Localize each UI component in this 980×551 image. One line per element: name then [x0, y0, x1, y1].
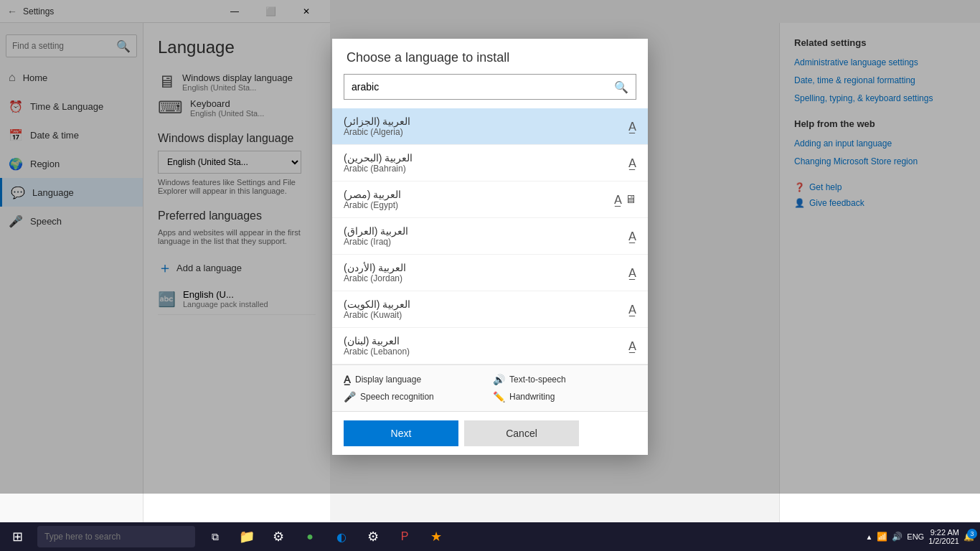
language-item-iraq[interactable]: العربية (العراق) Arabic (Iraq) A̲	[332, 218, 648, 255]
lang-native: العربية (لبنان)	[344, 335, 410, 347]
lang-native: العربية (البحرين)	[344, 152, 413, 164]
display-lang-icon: A̲	[628, 303, 636, 316]
lang-text-lebanon: العربية (لبنان) Arabic (Lebanon)	[344, 335, 410, 357]
lang-text-kuwait: العربية (الكويت) Arabic (Kuwait)	[344, 298, 410, 320]
monitor-icon: 🖥	[625, 193, 636, 206]
display-lang-icon: A̲	[628, 120, 636, 133]
volume-icon[interactable]: 🔊	[892, 532, 903, 542]
taskbar-up-arrow[interactable]: ▲	[865, 533, 872, 541]
search-icon: 🔍	[614, 80, 628, 94]
handwriting-icon: ✏️	[493, 391, 505, 402]
lang-text-iraq: العربية (العراق) Arabic (Iraq)	[344, 225, 408, 247]
taskbar-datetime[interactable]: 9:22 AM 1/2/2021	[928, 528, 959, 545]
file-explorer-button[interactable]: 📁	[234, 524, 260, 550]
lang-english: Arabic (Egypt)	[344, 200, 401, 210]
lang-native: العربية (الأردن)	[344, 262, 406, 273]
lang-text-algeria: العربية (الجزائر) Arabic (Algeria)	[344, 116, 410, 137]
lang-text-egypt: العربية (مصر) Arabic (Egypt)	[344, 189, 401, 210]
tts-label: Text-to-speech	[509, 375, 566, 385]
speech-recognition-feature: 🎤 Speech recognition	[344, 391, 487, 402]
chrome-button[interactable]: ●	[297, 524, 323, 550]
language-list: العربية (الجزائر) Arabic (Algeria) A̲ ال…	[332, 108, 648, 364]
taskbar-right: ▲ 📶 🔊 ENG 9:22 AM 1/2/2021 🔔 3	[865, 528, 980, 545]
lang-english: Arabic (Jordan)	[344, 273, 406, 283]
network-icon[interactable]: 📶	[877, 532, 887, 542]
language-item-algeria[interactable]: العربية (الجزائر) Arabic (Algeria) A̲	[332, 108, 648, 145]
dialog-overlay: Choose a language to install 🔍 العربية (…	[0, 0, 980, 494]
lang-icons: A̲	[628, 230, 636, 243]
language-install-dialog: Choose a language to install 🔍 العربية (…	[332, 39, 648, 455]
display-lang-icon: A̲	[628, 339, 636, 353]
speech-recognition-label: Speech recognition	[360, 392, 434, 402]
display-language-label: Display language	[355, 375, 421, 385]
handwriting-label: Handwriting	[509, 392, 555, 402]
lang-english: Arabic (Iraq)	[344, 237, 408, 247]
next-button[interactable]: Next	[344, 420, 458, 446]
language-item-kuwait[interactable]: العربية (الكويت) Arabic (Kuwait) A̲	[332, 291, 648, 328]
language-item-lebanon[interactable]: العربية (لبنان) Arabic (Lebanon) A̲	[332, 328, 648, 364]
display-lang-icon: A̲	[628, 230, 636, 243]
lang-icons: A̲	[628, 156, 636, 170]
handwriting-feature: ✏️ Handwriting	[493, 391, 636, 402]
language-item-jordan[interactable]: العربية (الأردن) Arabic (Jordan) A̲	[332, 255, 648, 291]
lang-native: العربية (العراق)	[344, 225, 408, 237]
edge-button[interactable]: ◐	[329, 524, 354, 550]
task-view-button[interactable]: ⧉	[202, 524, 228, 550]
display-lang-icon: A̲	[614, 193, 622, 207]
lang-native: العربية (الجزائر)	[344, 116, 410, 127]
dialog-title: Choose a language to install	[332, 39, 648, 74]
taskbar-time-display: 9:22 AM	[928, 528, 959, 537]
display-lang-icon: A̲	[628, 156, 636, 170]
dialog-search-box[interactable]: 🔍	[344, 74, 636, 100]
language-features: A̲ Display language 🔊 Text-to-speech 🎤 S…	[332, 364, 648, 411]
lang-english: Arabic (Lebanon)	[344, 347, 410, 357]
language-indicator[interactable]: ENG	[907, 532, 924, 541]
language-search-input[interactable]	[352, 81, 614, 93]
gear-button[interactable]: ⚙	[360, 524, 386, 550]
taskbar-date-display: 1/2/2021	[928, 537, 959, 545]
powerpoint-button[interactable]: P	[392, 524, 418, 550]
tts-feature: 🔊 Text-to-speech	[493, 374, 636, 385]
notification-badge: 3	[967, 529, 977, 539]
speech-recognition-icon: 🎤	[344, 391, 356, 402]
lang-english: Arabic (Bahrain)	[344, 164, 413, 174]
lang-native: العربية (مصر)	[344, 189, 401, 200]
tts-icon: 🔊	[493, 374, 505, 385]
taskbar-search-input[interactable]	[44, 532, 188, 542]
lang-icons: A̲	[628, 120, 636, 133]
display-language-feature: A̲ Display language	[344, 374, 487, 385]
language-item-bahrain[interactable]: العربية (البحرين) Arabic (Bahrain) A̲	[332, 145, 648, 182]
dialog-footer: Next Cancel	[332, 411, 648, 455]
taskbar-icons: ⧉ 📁 ⚙ ● ◐ ⚙ P ★	[202, 524, 449, 550]
lang-english: Arabic (Algeria)	[344, 127, 410, 137]
extra-icon[interactable]: ★	[423, 524, 449, 550]
lang-text-bahrain: العربية (البحرين) Arabic (Bahrain)	[344, 152, 413, 174]
notification-button[interactable]: 🔔 3	[963, 532, 974, 542]
lang-icons: A̲	[628, 303, 636, 316]
lang-text-jordan: العربية (الأردن) Arabic (Jordan)	[344, 262, 406, 283]
lang-icons: A̲	[628, 266, 636, 280]
lang-icons: A̲ 🖥	[614, 193, 636, 207]
lang-english: Arabic (Kuwait)	[344, 310, 410, 320]
display-language-icon: A̲	[344, 374, 351, 385]
lang-native: العربية (الكويت)	[344, 298, 410, 310]
taskbar: ⊞ ⧉ 📁 ⚙ ● ◐ ⚙ P ★ ▲ 📶 🔊 ENG 9:22 AM 1/2/…	[0, 522, 980, 551]
cancel-button[interactable]: Cancel	[464, 420, 579, 446]
start-button[interactable]: ⊞	[0, 522, 34, 551]
display-lang-icon: A̲	[628, 266, 636, 280]
language-item-egypt[interactable]: العربية (مصر) Arabic (Egypt) A̲ 🖥	[332, 182, 648, 218]
taskbar-search-box[interactable]	[37, 526, 195, 547]
lang-icons: A̲	[628, 339, 636, 353]
settings-taskbar-button[interactable]: ⚙	[265, 524, 291, 550]
